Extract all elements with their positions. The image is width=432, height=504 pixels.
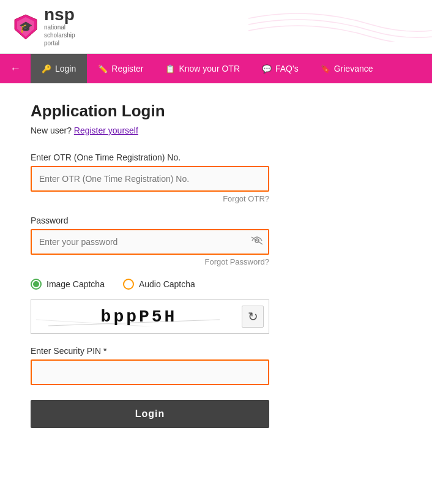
edit-icon: ✏️	[98, 64, 108, 73]
new-user-text: New user? Register yourself	[31, 126, 349, 135]
svg-text:🎓: 🎓	[19, 20, 33, 34]
captcha-image-area: bppP5H	[36, 307, 242, 326]
otr-input-wrapper	[31, 166, 349, 192]
otr-input[interactable]	[31, 166, 269, 192]
header: 🎓 nsp national scholarship portal	[0, 0, 432, 54]
password-form-group: Password Forgot Password?	[31, 216, 349, 266]
nav-item-grievance[interactable]: 🔖 Grievance	[310, 54, 384, 83]
nav-item-register[interactable]: ✏️ Register	[87, 54, 154, 83]
nav-back-button[interactable]: ←	[0, 54, 31, 83]
otr-label: Enter OTR (One Time Registration) No.	[31, 152, 349, 162]
login-button[interactable]: Login	[31, 400, 269, 428]
security-pin-group: Enter Security PIN *	[31, 346, 349, 385]
password-input-wrapper	[31, 229, 269, 255]
logo-nsp: nsp	[44, 6, 75, 23]
key-icon: 🔑	[42, 64, 51, 73]
password-label: Password	[31, 216, 349, 225]
security-pin-label: Enter Security PIN *	[31, 346, 349, 356]
register-link[interactable]: Register yourself	[74, 126, 138, 135]
password-input[interactable]	[31, 229, 269, 255]
eye-icon[interactable]	[251, 236, 263, 247]
chat-icon: 💬	[262, 64, 272, 73]
nav-item-login[interactable]: 🔑 Login	[31, 54, 87, 83]
security-pin-input[interactable]	[31, 359, 269, 385]
nav-item-faq[interactable]: 💬 FAQ's	[251, 54, 310, 83]
forgot-otr-link[interactable]: Forgot OTR?	[31, 194, 269, 203]
image-captcha-radio-button	[31, 279, 42, 290]
captcha-radio-row: Image Captcha Audio Captcha	[31, 279, 349, 290]
image-captcha-radio[interactable]: Image Captcha	[31, 279, 105, 290]
main-content: Application Login New user? Register you…	[0, 83, 379, 446]
nav-item-know-otr[interactable]: 📋 Know your OTR	[154, 54, 251, 83]
audio-captcha-radio[interactable]: Audio Captcha	[123, 279, 195, 290]
captcha-box: bppP5H ↻	[31, 299, 269, 334]
page-title: Application Login	[31, 102, 349, 121]
forgot-password-link[interactable]: Forgot Password?	[31, 257, 269, 266]
bookmark-icon: 🔖	[321, 64, 330, 73]
header-decoration	[248, 0, 432, 42]
logo: 🎓 nsp national scholarship portal	[12, 6, 75, 47]
captcha-text: bppP5H	[101, 307, 177, 326]
audio-captcha-radio-button	[123, 279, 134, 290]
nav-bar: ← 🔑 Login ✏️ Register 📋 Know your OTR 💬 …	[0, 54, 432, 83]
image-captcha-label: Image Captcha	[47, 279, 105, 289]
logo-shield-icon: 🎓	[12, 13, 39, 40]
captcha-refresh-button[interactable]: ↻	[242, 306, 264, 328]
logo-text: nsp national scholarship portal	[44, 6, 75, 47]
document-icon: 📋	[165, 64, 175, 73]
logo-subtitle: national scholarship portal	[44, 23, 75, 47]
otr-form-group: Enter OTR (One Time Registration) No. Fo…	[31, 152, 349, 203]
audio-captcha-label: Audio Captcha	[139, 279, 195, 289]
